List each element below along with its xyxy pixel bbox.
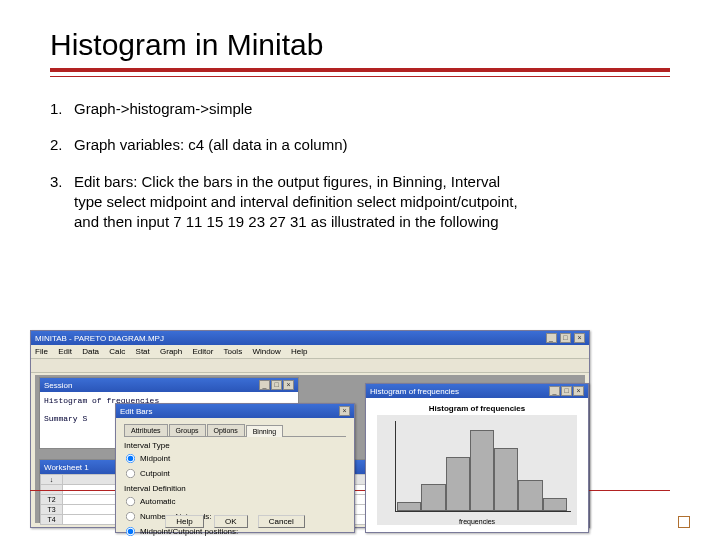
steps-list: Graph->histogram->simple Graph variables… (50, 99, 670, 232)
chart-max-icon[interactable]: □ (561, 386, 572, 396)
histogram-bar[interactable] (397, 502, 421, 511)
histogram-chart-window: Histogram of frequencies _□× Histogram o… (365, 383, 589, 533)
menubar: File Edit Data Calc Stat Graph Editor To… (31, 345, 589, 359)
slide-title: Histogram in Minitab (50, 28, 670, 62)
tab-binning[interactable]: Binning (246, 425, 283, 437)
menu-calc[interactable]: Calc (109, 347, 125, 356)
x-axis-label: frequencies (377, 518, 577, 525)
chart-titlebar: Histogram of frequencies _□× (366, 384, 588, 398)
corner-cell: ↓ (41, 475, 63, 485)
radio-midpoint[interactable] (126, 454, 135, 463)
dialog-close-icon[interactable]: × (339, 406, 350, 416)
dialog-tabs: Attributes Groups Options Binning (124, 424, 346, 437)
opt-cutpoint-label: Cutpoint (140, 469, 170, 478)
histogram-bar[interactable] (494, 448, 518, 511)
edit-bars-dialog: Edit Bars × Attributes Groups Options Bi… (115, 403, 355, 533)
radio-automatic[interactable] (126, 497, 135, 506)
minitab-main-window: MINITAB - PARETO DIAGRAM.MPJ _ □ × File … (30, 330, 590, 528)
step-3: Edit bars: Click the bars in the output … (50, 172, 530, 233)
menu-tools[interactable]: Tools (223, 347, 242, 356)
step-1: Graph->histogram->simple (50, 99, 530, 119)
mdi-area: Session _□× Histogram of frequencies Sum… (35, 375, 585, 523)
window-buttons: _ □ × (545, 333, 585, 343)
row-t3: T3 (41, 505, 63, 515)
chart-window-title: Histogram of frequencies (370, 387, 459, 396)
tab-groups[interactable]: Groups (169, 424, 206, 436)
chart-plot-area[interactable]: frequencies (377, 415, 577, 525)
tab-attributes[interactable]: Attributes (124, 424, 168, 436)
step-2: Graph variables: c4 (all data in a colum… (50, 135, 530, 155)
menu-help[interactable]: Help (291, 347, 307, 356)
menu-file[interactable]: File (35, 347, 48, 356)
histogram-bar[interactable] (518, 480, 542, 512)
title-rule (50, 68, 670, 72)
close-icon[interactable]: × (574, 333, 585, 343)
ok-button[interactable]: OK (214, 515, 248, 528)
title-rule-thin (50, 76, 670, 77)
menu-data[interactable]: Data (82, 347, 99, 356)
session-min-icon[interactable]: _ (259, 380, 270, 390)
histogram-bar[interactable] (446, 457, 470, 511)
menu-window[interactable]: Window (252, 347, 280, 356)
y-axis (395, 421, 396, 512)
chart-min-icon[interactable]: _ (549, 386, 560, 396)
maximize-icon[interactable]: □ (560, 333, 571, 343)
histogram-bar[interactable] (421, 484, 445, 511)
opt-midpoint-label: Midpoint (140, 454, 170, 463)
row-t4: T4 (41, 515, 63, 525)
session-close-icon[interactable]: × (283, 380, 294, 390)
session-titlebar: Session _□× (40, 378, 298, 392)
footer-checkbox-icon (678, 516, 690, 528)
menu-graph[interactable]: Graph (160, 347, 182, 356)
chart-title: Histogram of frequencies (372, 404, 582, 413)
interval-def-label: Interval Definition (124, 484, 346, 493)
menu-editor[interactable]: Editor (192, 347, 213, 356)
chart-close-icon[interactable]: × (573, 386, 584, 396)
tab-options[interactable]: Options (207, 424, 245, 436)
worksheet-title: Worksheet 1 (44, 463, 89, 472)
cancel-button[interactable]: Cancel (258, 515, 305, 528)
session-max-icon[interactable]: □ (271, 380, 282, 390)
menu-stat[interactable]: Stat (136, 347, 150, 356)
histogram-bar[interactable] (543, 498, 567, 512)
main-titlebar: MINITAB - PARETO DIAGRAM.MPJ _ □ × (31, 331, 589, 345)
histogram-bar[interactable] (470, 430, 494, 511)
opt-auto-label: Automatic (140, 497, 176, 506)
radio-cutpoint[interactable] (126, 469, 135, 478)
interval-type-label: Interval Type (124, 441, 346, 450)
dialog-title: Edit Bars (120, 407, 152, 416)
help-button[interactable]: Help (165, 515, 203, 528)
x-axis (395, 511, 571, 512)
radio-positions[interactable] (126, 527, 135, 536)
screenshot-illustration: MINITAB - PARETO DIAGRAM.MPJ _ □ × File … (30, 330, 590, 528)
minimize-icon[interactable]: _ (546, 333, 557, 343)
menu-edit[interactable]: Edit (58, 347, 72, 356)
row-t2: T2 (41, 495, 63, 505)
toolbar (31, 359, 589, 373)
dialog-titlebar: Edit Bars × (116, 404, 354, 418)
main-window-title: MINITAB - PARETO DIAGRAM.MPJ (35, 334, 164, 343)
session-title: Session (44, 381, 72, 390)
